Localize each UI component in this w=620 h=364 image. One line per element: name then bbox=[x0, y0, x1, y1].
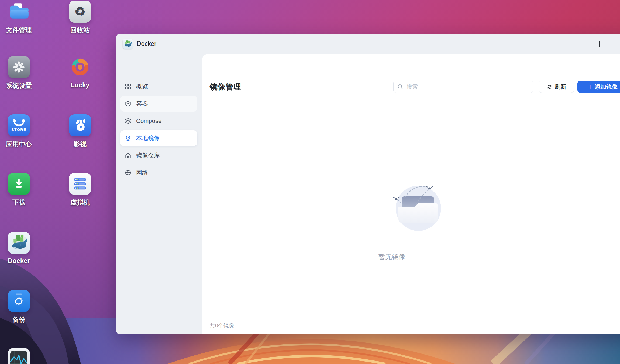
desktop-icon-label: 下载 bbox=[12, 198, 25, 207]
desktop-icon-download[interactable]: 下载 bbox=[0, 173, 40, 207]
docker-app-icon bbox=[123, 39, 133, 49]
desktop-icon-label: 备份 bbox=[12, 315, 25, 324]
desktop-icon-vm[interactable]: 虚拟机 bbox=[58, 173, 102, 207]
disc-icon bbox=[125, 135, 132, 142]
empty-state-text: 暂无镜像 bbox=[349, 252, 435, 261]
recycle-glyph: ♻ bbox=[74, 4, 85, 19]
sidebar-item-label: Compose bbox=[136, 117, 161, 124]
desktop-icon-monitor[interactable] bbox=[0, 348, 40, 364]
desktop-icon-app-center[interactable]: STORE 应用中心 bbox=[0, 114, 40, 148]
recycle-bin-icon: ♻ bbox=[69, 1, 91, 23]
close-button[interactable]: ✕ bbox=[618, 39, 620, 49]
sidebar: 概览 容器 Compose 本地镜像 镜像仓库 bbox=[116, 54, 202, 334]
desktop-icon-label: 回收站 bbox=[70, 26, 90, 34]
search-input[interactable] bbox=[406, 83, 529, 90]
page-title: 镜像管理 bbox=[210, 82, 241, 92]
desktop-icon-label: 影视 bbox=[74, 140, 87, 148]
docker-whale-icon bbox=[8, 232, 30, 254]
grid-icon bbox=[125, 83, 132, 90]
content-panel: 镜像管理 刷新 + 添加镜像 bbox=[202, 54, 620, 334]
download-arrow-icon bbox=[8, 173, 30, 195]
film-play-icon bbox=[69, 114, 91, 136]
desktop-icon-docker[interactable]: Docker bbox=[0, 232, 40, 265]
search-icon bbox=[397, 84, 403, 90]
sidebar-item-label: 网络 bbox=[136, 169, 148, 177]
layers-icon bbox=[125, 117, 132, 124]
content-footer: 共0个镜像 bbox=[202, 317, 620, 334]
minimize-icon bbox=[578, 44, 584, 44]
desktop-icon-file-manager[interactable]: 文件管理 bbox=[0, 1, 40, 34]
image-count-text: 共0个镜像 bbox=[210, 322, 234, 329]
sidebar-item-containers[interactable]: 容器 bbox=[120, 96, 197, 112]
desktop-icon-label: 系统设置 bbox=[6, 81, 32, 90]
sidebar-item-label: 容器 bbox=[136, 100, 148, 108]
desktop-icon-label: 文件管理 bbox=[6, 26, 32, 34]
desktop-icon-lucky[interactable]: Lucky bbox=[58, 56, 102, 89]
desktop-icon-system-settings[interactable]: 系统设置 bbox=[0, 56, 40, 90]
refresh-label: 刷新 bbox=[555, 83, 566, 91]
window-title: Docker bbox=[137, 40, 156, 47]
maximize-button[interactable] bbox=[597, 39, 607, 49]
add-image-button[interactable]: + 添加镜像 bbox=[577, 81, 620, 93]
sidebar-item-compose[interactable]: Compose bbox=[120, 113, 197, 129]
sidebar-item-label: 镜像仓库 bbox=[136, 151, 160, 160]
window-titlebar[interactable]: Docker ✕ bbox=[116, 34, 620, 54]
refresh-icon bbox=[547, 84, 552, 90]
sidebar-item-overview[interactable]: 概览 bbox=[120, 79, 197, 94]
activity-monitor-icon bbox=[8, 348, 30, 364]
desktop-icon-label: 应用中心 bbox=[6, 140, 32, 148]
sidebar-item-registry[interactable]: 镜像仓库 bbox=[120, 148, 197, 163]
desktop-icon-recycle-bin[interactable]: ♻ 回收站 bbox=[58, 1, 102, 34]
desktop-icon-video[interactable]: 影视 bbox=[58, 114, 102, 148]
refresh-button[interactable]: 刷新 bbox=[539, 81, 574, 93]
sidebar-item-network[interactable]: 网络 bbox=[120, 165, 197, 181]
sidebar-item-label: 本地镜像 bbox=[136, 134, 160, 142]
server-stack-icon bbox=[69, 173, 91, 195]
desktop-icon-label: Lucky bbox=[71, 81, 89, 89]
cube-icon bbox=[125, 100, 132, 107]
gear-icon bbox=[8, 56, 30, 78]
add-image-label: 添加镜像 bbox=[595, 83, 618, 91]
lucky-icon bbox=[69, 56, 91, 78]
store-word: STORE bbox=[11, 127, 26, 132]
store-bag-icon: STORE bbox=[8, 114, 30, 136]
sync-arrows-icon bbox=[8, 290, 30, 312]
globe-icon bbox=[125, 169, 132, 176]
minimize-button[interactable] bbox=[576, 39, 586, 49]
sidebar-item-local-images[interactable]: 本地镜像 bbox=[120, 130, 197, 146]
empty-folder-illustration bbox=[389, 180, 448, 240]
desktop-icon-backup[interactable]: 备份 bbox=[0, 290, 40, 324]
maximize-icon bbox=[599, 41, 605, 47]
desktop-icon-label: Docker bbox=[8, 257, 30, 265]
sidebar-item-label: 概览 bbox=[136, 82, 148, 91]
file-manager-icon bbox=[8, 1, 30, 23]
home-icon bbox=[125, 152, 132, 159]
docker-window: Docker ✕ 概览 容器 Compose 本地 bbox=[116, 34, 620, 334]
desktop-icon-label: 虚拟机 bbox=[70, 198, 90, 207]
search-box[interactable] bbox=[393, 81, 533, 93]
